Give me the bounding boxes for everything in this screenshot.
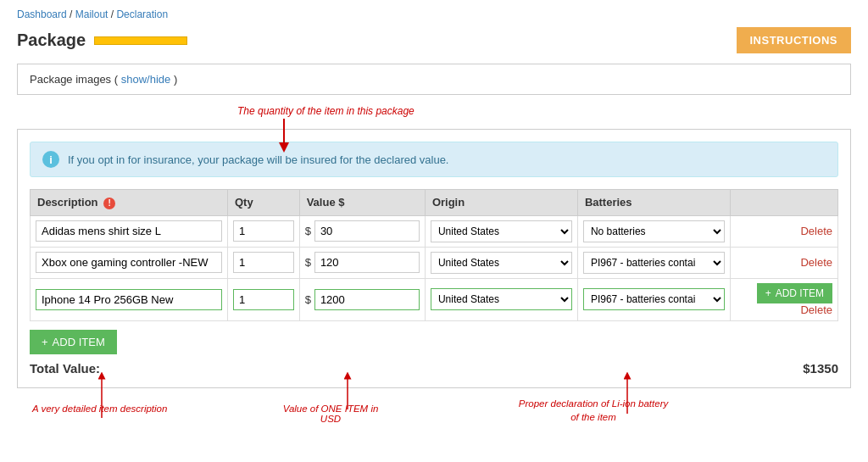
input-description-2[interactable] bbox=[36, 252, 222, 273]
input-value-1[interactable] bbox=[314, 220, 420, 242]
cell-batteries-1: No batteries PI967 - batteries contai PI… bbox=[577, 215, 730, 247]
input-description-3[interactable] bbox=[36, 289, 222, 310]
input-qty-1[interactable] bbox=[233, 220, 294, 242]
instructions-button[interactable]: INSTRUCTIONS bbox=[737, 27, 852, 53]
declaration-table: Description ! Qty Value $ Origin Batteri… bbox=[30, 189, 838, 321]
col-header-batteries: Batteries bbox=[577, 190, 730, 216]
table-header: Description ! Qty Value $ Origin Batteri… bbox=[31, 190, 838, 216]
dollar-sign-3: $ bbox=[305, 293, 311, 306]
add-item-button[interactable]: + ADD ITEM bbox=[30, 330, 117, 354]
package-images-label: Package images bbox=[30, 73, 111, 86]
plus-icon-inline: + bbox=[765, 287, 771, 299]
cell-qty-3 bbox=[227, 278, 299, 320]
cell-batteries-3: No batteries PI967 - batteries contai PI… bbox=[577, 278, 730, 320]
annotation-batteries-text: Proper declaration of Li-ion batteryof t… bbox=[517, 397, 670, 424]
col-header-value: Value $ bbox=[299, 190, 425, 216]
total-label: Total Value: bbox=[30, 361, 100, 376]
col-header-origin: Origin bbox=[425, 190, 577, 216]
dollar-sign-1: $ bbox=[305, 225, 311, 237]
input-qty-2[interactable] bbox=[233, 252, 294, 273]
cell-qty-1 bbox=[227, 215, 299, 247]
plus-icon: + bbox=[42, 336, 48, 348]
cell-actions-1: Delete bbox=[730, 215, 837, 247]
breadcrumb-declaration[interactable]: Declaration bbox=[116, 8, 168, 20]
col-header-qty: Qty bbox=[227, 190, 299, 216]
dollar-sign-2: $ bbox=[305, 256, 311, 269]
annotation-description-text: A very detailed item description bbox=[32, 404, 168, 414]
cell-origin-3: United States Canada bbox=[425, 278, 577, 320]
select-batteries-3[interactable]: No batteries PI967 - batteries contai PI… bbox=[583, 288, 725, 310]
select-origin-2[interactable]: United States Canada bbox=[431, 252, 572, 274]
main-content: The quantity of the item in this package… bbox=[17, 103, 851, 388]
cell-qty-2 bbox=[227, 247, 299, 278]
add-item-button-inline[interactable]: + ADD ITEM bbox=[757, 283, 832, 303]
table-row: $ United States Canada bbox=[31, 247, 838, 278]
cell-value-3: $ bbox=[299, 278, 425, 320]
cell-origin-1: United States Canada United Kingdom Germ… bbox=[425, 215, 577, 247]
select-batteries-2[interactable]: No batteries PI967 - batteries contai PI… bbox=[583, 252, 725, 274]
breadcrumb-mailout[interactable]: Mailout bbox=[75, 8, 108, 20]
delete-button-2[interactable]: Delete bbox=[800, 256, 832, 269]
breadcrumb: Dashboard / Mailout / Declaration bbox=[17, 8, 851, 20]
package-id-box[interactable] bbox=[94, 36, 187, 45]
input-description-1[interactable] bbox=[36, 220, 222, 242]
annotation-qty-area: The quantity of the item in this package bbox=[17, 103, 851, 129]
annotation-text-row: A very detailed item description Value o… bbox=[17, 397, 851, 456]
table-row: $ United States Canada bbox=[31, 278, 838, 320]
delete-button-1[interactable]: Delete bbox=[800, 225, 832, 237]
select-origin-1[interactable]: United States Canada United Kingdom Germ… bbox=[431, 220, 572, 242]
info-icon: i bbox=[42, 151, 59, 168]
cell-origin-2: United States Canada bbox=[425, 247, 577, 278]
info-banner: i If you opt in for insurance, your pack… bbox=[30, 142, 838, 177]
input-qty-3[interactable] bbox=[233, 289, 294, 310]
input-value-3[interactable] bbox=[314, 289, 420, 310]
cell-actions-2: Delete bbox=[730, 247, 837, 278]
cell-description-3 bbox=[31, 278, 228, 320]
col-header-description: Description ! bbox=[31, 190, 228, 216]
package-images-section: Package images ( show/hide ) bbox=[17, 64, 851, 95]
annotation-qty-text: The quantity of the item in this package bbox=[237, 105, 415, 117]
annotation-value-text: Value of ONE ITEM in USD bbox=[271, 404, 390, 424]
page-title: Package bbox=[17, 31, 187, 50]
col-header-actions bbox=[730, 190, 837, 216]
description-info-icon[interactable]: ! bbox=[103, 198, 115, 209]
total-value: $1350 bbox=[803, 361, 838, 376]
total-row: Total Value: $1350 bbox=[30, 361, 838, 376]
cell-description-1 bbox=[31, 215, 228, 247]
package-images-toggle[interactable]: show/hide bbox=[121, 73, 171, 86]
table-row: $ United States Canada United Kingdom Ge… bbox=[31, 215, 838, 247]
declaration-section: i If you opt in for insurance, your pack… bbox=[17, 129, 851, 388]
select-batteries-1[interactable]: No batteries PI967 - batteries contai PI… bbox=[583, 220, 725, 242]
cell-actions-3: + ADD ITEM Delete bbox=[730, 278, 837, 320]
breadcrumb-dashboard[interactable]: Dashboard bbox=[17, 8, 67, 20]
select-origin-3[interactable]: United States Canada bbox=[431, 288, 572, 310]
cell-value-1: $ bbox=[299, 215, 425, 247]
header-row: Package INSTRUCTIONS bbox=[17, 27, 851, 53]
cell-description-2 bbox=[31, 247, 228, 278]
delete-button-3[interactable]: Delete bbox=[800, 303, 832, 316]
input-value-2[interactable] bbox=[314, 252, 420, 273]
info-text: If you opt in for insurance, your packag… bbox=[68, 153, 448, 166]
cell-batteries-2: No batteries PI967 - batteries contai PI… bbox=[577, 247, 730, 278]
cell-value-2: $ bbox=[299, 247, 425, 278]
